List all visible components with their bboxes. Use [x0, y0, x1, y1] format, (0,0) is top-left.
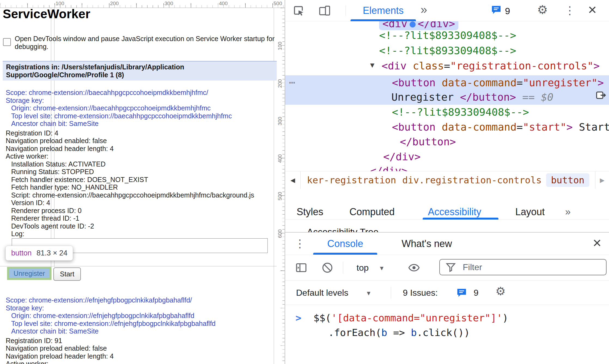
ruler-label: 200 [277, 75, 283, 92]
tree-row-button-text[interactable]: Unregister </button> == $0 [391, 91, 553, 103]
start-button[interactable]: Start [53, 267, 81, 281]
settings-gear-icon[interactable]: ⚙ [537, 4, 548, 16]
clear-console-icon[interactable] [321, 261, 334, 275]
tree-row-comment[interactable]: <!--?lit$893309408$--> [392, 106, 529, 118]
issues-count: 9 [474, 288, 479, 298]
prompt-chevron-icon: > [296, 312, 302, 323]
tree-row-button-start[interactable]: <button data-command="start"> Start [392, 121, 609, 133]
breadcrumb-item-selected[interactable]: button [546, 173, 589, 187]
tab-console[interactable]: Console [313, 233, 377, 255]
sidebar-tabs: Styles Computed Accessibility Layout » [285, 189, 609, 220]
tooltip-tag-name: button [11, 249, 32, 257]
console-sidebar-icon[interactable] [295, 261, 307, 275]
storage-key-label: Storage key: [6, 97, 254, 104]
registration-field: Navigation preload header length: 4 [6, 352, 215, 360]
drawer-kebab-icon[interactable]: ⋮ [294, 238, 305, 249]
close-drawer-icon[interactable]: × [593, 235, 601, 250]
tree-row-button-close[interactable]: </button> [400, 135, 456, 148]
filter-funnel-icon [445, 261, 457, 274]
console-toolbar: top ▾ Filter [285, 255, 609, 281]
accessibility-pane-header-clipped: Accessibility Tree [307, 223, 379, 232]
console-input-line-1[interactable]: $$('[data-command="unregister"]') [313, 312, 508, 323]
registration-field: Active worker: [6, 152, 254, 160]
tab-computed[interactable]: Computed [349, 189, 395, 224]
registration-field: Active worker: [6, 360, 215, 364]
devtools-panel: Elements » 9 ⚙ ⋮ × ⋯ ▼ <div</div> <!--?l… [285, 0, 609, 364]
ruler-label: 100 [277, 38, 283, 54]
issues-chat-icon [491, 4, 502, 17]
expand-arrow-icon[interactable]: ▼ [370, 61, 374, 69]
drawer-tab-bar: ⋮ Console What's new × [285, 233, 609, 255]
more-tabs-icon[interactable]: » [565, 189, 571, 224]
tree-row-clipped[interactable]: <div</div> [379, 21, 458, 30]
worker-field: Script: chrome-extension://baecahhpgcpcc… [6, 191, 254, 199]
adorner-badge [410, 21, 416, 27]
kebab-menu-icon[interactable]: ⋮ [564, 5, 575, 16]
tab-whats-new[interactable]: What's new [394, 233, 459, 255]
ruler-label: 500 [273, 1, 282, 7]
breadcrumb-item[interactable]: ker-registration [307, 171, 396, 189]
console-drawer: ⋮ Console What's new × top ▾ [285, 232, 609, 364]
more-panels-icon[interactable]: » [421, 3, 427, 16]
settings-gear-icon[interactable]: ⚙ [495, 286, 506, 297]
pause-on-startup-label: Open DevTools window and pause JavaScrip… [15, 35, 276, 51]
storage-key-label: Storage key: [6, 304, 215, 312]
issues-chat-icon[interactable] [456, 287, 467, 299]
log-label: Log: [6, 230, 254, 238]
scope-link[interactable]: Scope: chrome-extension://efnjehgfpbogpc… [6, 296, 215, 304]
elements-tree: ⋯ ▼ <div</div> <!--?lit$893309408$--> <!… [285, 21, 609, 171]
console-input-line-2[interactable]: .forEach(b => b.click()) [328, 327, 470, 338]
breadcrumb: ◀ ker-registration div.registration-cont… [285, 171, 609, 189]
issues-label[interactable]: 9 Issues: [403, 288, 438, 298]
registration-field: Navigation preload enabled: false [6, 344, 215, 352]
chevron-down-icon: ▾ [380, 264, 383, 272]
tree-row-div-close[interactable]: </div> [383, 150, 421, 163]
filter-placeholder: Filter [463, 260, 482, 275]
chevron-down-icon: ▾ [367, 289, 370, 297]
registration-field: Navigation preload enabled: false [6, 137, 254, 145]
worker-field: Fetch handler existence: DOES_NOT_EXIST [6, 176, 254, 184]
breadcrumb-item[interactable]: div.registration-controls [402, 171, 542, 189]
close-devtools-icon[interactable]: × [588, 2, 597, 17]
unregister-button-label: Unregister [7, 267, 51, 280]
overlay-guide-horizontal [0, 266, 277, 266]
tree-row-div-close[interactable]: </div> [370, 165, 407, 171]
top-level-site-line: Top level site: chrome-extension://efnje… [6, 320, 215, 328]
live-expression-eye-icon[interactable] [408, 261, 420, 275]
tree-row-comment[interactable]: <!--?lit$893309408$--> [379, 44, 516, 57]
overflow-dots-icon[interactable]: ⋯ [289, 76, 295, 88]
ruler-label: 400 [277, 150, 283, 167]
reveal-node-icon[interactable] [595, 89, 607, 104]
tooltip-dimensions: 81.3 × 24 [36, 249, 67, 257]
pause-on-startup-checkbox[interactable] [3, 38, 11, 46]
active-tab-underline [313, 253, 377, 255]
scope-link[interactable]: Scope: chrome-extension://baecahhpgcpcco… [6, 89, 254, 97]
worker-field: Renderer thread ID: -1 [6, 214, 254, 222]
worker-field: Fetch handler type: NO_HANDLER [6, 183, 254, 191]
ruler-label: 300 [165, 1, 173, 7]
ruler-label: 500 [277, 188, 283, 204]
serviceworker-internals-page: 100 200 300 400 500 100 200 300 400 500 … [0, 0, 285, 364]
ruler-label: 100 [56, 1, 64, 7]
tab-elements[interactable]: Elements [353, 0, 413, 21]
unregister-button[interactable]: Unregister [7, 267, 51, 280]
active-tab-underline [351, 19, 416, 21]
inspect-element-icon[interactable] [292, 4, 305, 18]
default-levels-dropdown[interactable]: Default levels [296, 288, 348, 298]
breadcrumb-scroll-left-icon[interactable]: ◀ [285, 171, 301, 189]
devtools-toolbar: Elements » 9 ⚙ ⋮ × [285, 0, 609, 21]
origin-line: Origin: chrome-extension://efnjehgfpbogp… [6, 312, 215, 320]
context-selector[interactable]: top [357, 263, 369, 273]
device-toolbar-icon[interactable] [318, 4, 331, 18]
tree-row-button-unregister[interactable]: <button data-command="unregister"> [392, 76, 604, 89]
tree-row-div-open[interactable]: <div class="registration-controls"> [382, 60, 600, 72]
tree-row-comment[interactable]: <!--?lit$893309408$--> [379, 29, 516, 42]
registration-field: Navigation preload header length: 4 [6, 145, 254, 153]
tab-styles[interactable]: Styles [297, 189, 323, 224]
worker-field: DevTools agent route ID: -2 [6, 222, 254, 230]
tab-layout[interactable]: Layout [515, 189, 545, 224]
issues-counter[interactable]: 9 [491, 4, 510, 17]
breadcrumb-scroll-right-icon[interactable]: ▶ [595, 171, 609, 189]
filter-input[interactable]: Filter [439, 259, 607, 275]
ruler-label: 400 [219, 1, 228, 7]
